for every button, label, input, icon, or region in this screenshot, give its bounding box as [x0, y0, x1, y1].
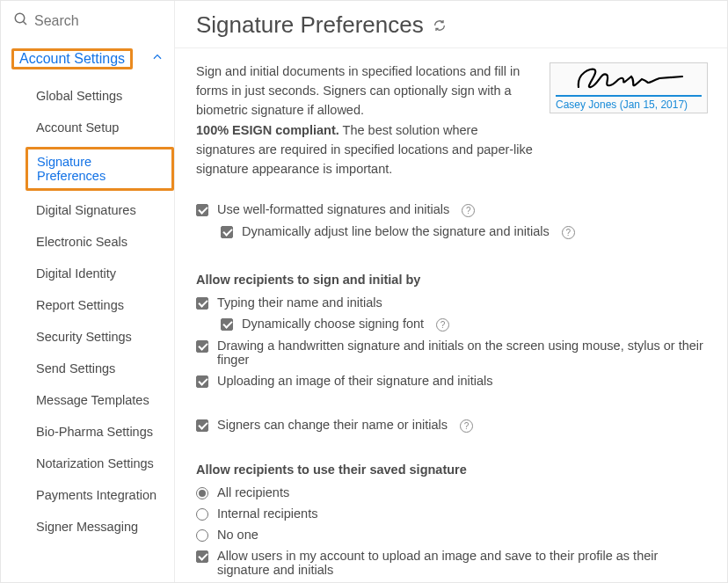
sidebar-item-report-settings[interactable]: Report Settings	[1, 289, 174, 321]
sidebar-item-digital-identity[interactable]: Digital Identity	[1, 258, 174, 289]
sidebar-item-message-templates[interactable]: Message Templates	[1, 384, 174, 416]
sidebar-item-payments-integration[interactable]: Payments Integration	[1, 479, 174, 511]
checkbox-dynamic-font[interactable]	[221, 318, 233, 331]
sidebar-item-signature-preferences[interactable]: Signature Preferences	[28, 149, 171, 188]
intro-text: Sign and initial documents in specified …	[196, 62, 537, 120]
heading-saved-signature: Allow recipients to use their saved sign…	[196, 463, 708, 477]
checkbox-change-name[interactable]	[196, 419, 208, 432]
label-internal-recipients: Internal recipients	[217, 506, 317, 521]
heading-sign-by: Allow recipients to sign and initial by	[196, 273, 708, 287]
radio-internal-recipients[interactable]	[196, 508, 208, 521]
label-all-recipients: All recipients	[217, 485, 289, 499]
label-allow-upload: Allow users in my account to upload an i…	[217, 549, 708, 577]
sidebar-item-account-setup[interactable]: Account Setup	[1, 112, 174, 143]
checkbox-allow-upload[interactable]	[196, 550, 208, 563]
checkbox-uploading[interactable]	[196, 375, 208, 388]
label-formatted-signatures: Use well-formatted signatures and initia…	[217, 202, 449, 216]
label-change-name: Signers can change their name or initial…	[217, 418, 448, 432]
svg-line-1	[23, 21, 26, 25]
sidebar-section-label: Account Settings	[14, 47, 130, 69]
radio-all-recipients[interactable]	[196, 487, 208, 499]
signature-handwriting	[556, 63, 702, 97]
esign-compliant-text: 100% ESIGN compliant. The best solution …	[196, 121, 537, 179]
main-content: Signature Preferences Sign and initial d…	[175, 1, 727, 582]
help-icon[interactable]: ?	[562, 226, 575, 239]
sidebar-section-account-settings[interactable]: Account Settings	[1, 41, 174, 80]
page-title: Signature Preferences	[196, 11, 424, 39]
sidebar-item-bio-pharma-settings[interactable]: Bio-Pharma Settings	[1, 416, 174, 448]
label-uploading: Uploading an image of their signature an…	[217, 374, 493, 388]
radio-no-one[interactable]	[196, 529, 208, 542]
sidebar-item-send-settings[interactable]: Send Settings	[1, 353, 174, 384]
sidebar-item-security-settings[interactable]: Security Settings	[1, 321, 174, 353]
highlight-account-settings: Account Settings	[11, 48, 133, 69]
checkbox-formatted-signatures[interactable]	[196, 204, 208, 216]
search-box[interactable]	[1, 1, 174, 41]
sidebar-item-digital-signatures[interactable]: Digital Signatures	[1, 194, 174, 226]
help-icon[interactable]: ?	[462, 204, 475, 217]
search-input[interactable]	[34, 13, 165, 29]
search-icon	[13, 11, 29, 31]
label-drawing: Drawing a handwritten signature and init…	[217, 339, 708, 367]
checkbox-dynamic-line[interactable]	[221, 226, 233, 238]
sidebar-item-electronic-seals[interactable]: Electronic Seals	[1, 226, 174, 258]
svg-point-0	[15, 13, 25, 23]
sidebar-item-signer-messaging[interactable]: Signer Messaging	[1, 511, 174, 543]
signature-preview: Casey Jones (Jan 15, 2017)	[550, 62, 708, 113]
checkbox-drawing[interactable]	[196, 340, 208, 353]
esign-bold: 100% ESIGN compliant.	[196, 123, 339, 137]
refresh-icon[interactable]	[433, 11, 447, 39]
sidebar: Account Settings Global Settings Account…	[1, 1, 175, 582]
page-title-row: Signature Preferences	[196, 11, 708, 47]
help-icon[interactable]: ?	[460, 419, 473, 433]
label-typing: Typing their name and initials	[217, 295, 382, 310]
sidebar-item-global-settings[interactable]: Global Settings	[1, 80, 174, 112]
sidebar-item-notarization-settings[interactable]: Notarization Settings	[1, 448, 174, 479]
label-no-one: No one	[217, 528, 258, 542]
divider	[175, 47, 727, 48]
chevron-up-icon	[151, 51, 164, 67]
signature-name-label: Casey Jones (Jan 15, 2017)	[556, 97, 702, 111]
highlight-signature-preferences: Signature Preferences	[25, 147, 174, 191]
checkbox-typing[interactable]	[196, 297, 208, 310]
help-icon[interactable]: ?	[436, 318, 449, 332]
label-dynamic-line: Dynamically adjust line below the signat…	[242, 224, 550, 238]
label-dynamic-font: Dynamically choose signing font	[242, 317, 424, 331]
